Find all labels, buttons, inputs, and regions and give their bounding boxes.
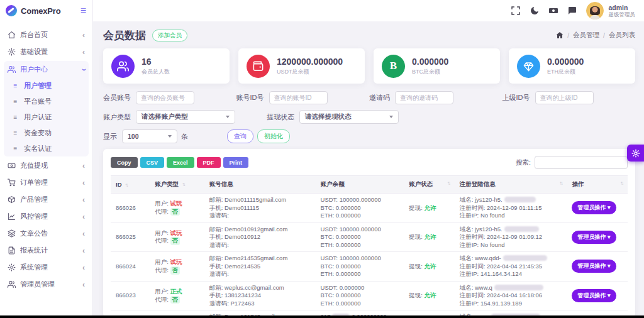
cell-register: 域名: jys120-h5. 注册时间: 2024-12-09 01:11:15…: [455, 194, 567, 223]
sidebar-item-reports[interactable]: 报表统计 ‹: [4, 242, 89, 259]
chevron-down-icon: [226, 116, 230, 118]
sidebar-item-announcements[interactable]: 文章公告 ‹: [4, 225, 89, 242]
sort-icon[interactable]: ↑↓: [447, 180, 450, 186]
stat-value: 16: [142, 57, 170, 67]
account-type-select[interactable]: 请选择账户类型: [136, 110, 235, 124]
member-account-input[interactable]: [136, 91, 194, 104]
parent-id-input[interactable]: [535, 91, 594, 104]
admin-action-button[interactable]: 管理员操作 ▾: [572, 201, 616, 214]
avatar-image: [586, 2, 604, 19]
export-copy-button[interactable]: Copy: [111, 157, 138, 168]
col-status: 账户状态↑↓: [404, 176, 454, 194]
brand-logo-icon: [6, 5, 17, 16]
sidebar-item-fund-changes[interactable]: ≡ 资金变动: [4, 125, 89, 141]
cash-icon[interactable]: [548, 6, 558, 16]
cell-action: 管理员操作 ▾: [567, 310, 628, 315]
breadcrumb-home-icon[interactable]: [556, 31, 564, 39]
user-meta[interactable]: admin 超级管理员: [609, 4, 636, 18]
sidebar-item-user-center[interactable]: 用户中心 ‹: [4, 61, 89, 78]
table-search: 搜索:: [516, 156, 628, 169]
sidebar-item-orders[interactable]: 订单管理 ‹: [4, 174, 89, 191]
query-button[interactable]: 查询: [227, 129, 253, 143]
sidebar-item-system[interactable]: 系统管理 ‹: [4, 259, 89, 276]
admin-action-button[interactable]: 管理员操作 ▾: [572, 289, 616, 302]
members-table-card: Copy CSV Excel PDF Print 搜索: ID↑↓: [103, 149, 635, 315]
sidebar-item-deposit-withdraw[interactable]: 充值提现 ‹: [4, 157, 89, 174]
page-head: 会员数据 添加会员 / 会员管理 / 会员列表: [103, 28, 635, 43]
sidebar-item-products[interactable]: 产品管理 ‹: [4, 191, 89, 208]
search-input[interactable]: [535, 156, 628, 169]
hamburger-menu-icon[interactable]: ≡: [80, 6, 86, 16]
filter-label: 账户类型: [103, 112, 131, 122]
cell-id: 866024: [111, 252, 150, 282]
cell-balance: USDT: 100000.000000 BTC: 0.000000 ETH: 0…: [316, 222, 404, 252]
page-content: 会员数据 添加会员 / 会员管理 / 会员列表 16 会员: [93, 21, 644, 315]
sort-icon[interactable]: ↑↓: [559, 180, 562, 186]
sidebar-menu: 后台首页 ‹ 基础设置 ‹ 用户中心 ‹ ≡ 用户管理: [0, 21, 92, 293]
reset-button[interactable]: 初始化: [257, 129, 290, 143]
withdraw-status-select[interactable]: 请选择提现状态: [299, 110, 399, 124]
export-print-button[interactable]: Print: [223, 157, 249, 168]
cell-action: 管理员操作 ▾: [567, 252, 628, 282]
chat-icon[interactable]: [567, 6, 577, 16]
invite-code-input[interactable]: [395, 91, 453, 104]
stat-label: 会员总人数: [142, 68, 170, 76]
moon-icon[interactable]: [530, 6, 540, 16]
filter-label: 会员账号: [103, 93, 131, 102]
sidebar-item-label: 用户中心: [20, 65, 78, 74]
add-member-button[interactable]: 添加会员: [152, 30, 187, 41]
page-size-select[interactable]: 100: [122, 129, 177, 143]
sidebar-item-settings[interactable]: 基础设置 ‹: [4, 43, 89, 60]
sidebar-item-label: 文章公告: [20, 229, 78, 238]
gear-icon: [631, 149, 640, 158]
redacted-domain: [503, 255, 547, 261]
sidebar-item-admins[interactable]: 管理员管理 ‹: [4, 276, 89, 293]
cell-id: 866025: [111, 222, 150, 252]
chevron-left-icon: ‹: [82, 162, 85, 170]
admin-action-button[interactable]: 管理员操作 ▾: [572, 260, 616, 273]
export-excel-button[interactable]: Excel: [167, 157, 194, 168]
box-icon: [8, 195, 16, 204]
stat-value: 1200000.000000: [277, 57, 343, 67]
topbar: admin 超级管理员: [93, 0, 644, 21]
col-action: 操作↑↓: [567, 176, 628, 194]
admin-action-button[interactable]: 管理员操作 ▾: [572, 231, 616, 244]
breadcrumb-section[interactable]: 会员管理: [573, 31, 599, 40]
cell-info: 邮箱: Demo214535gmail.com 手机: Demo214535 邀…: [204, 252, 316, 282]
sidebar-submenu: ≡ 用户管理 ≡ 平台账号 ≡ 用户认证 ≡ 资金变动: [4, 78, 89, 156]
chart-icon: [8, 212, 16, 221]
redacted-balance: [332, 314, 350, 315]
filter-row-1: 会员账号 账号ID号 邀请码 上级ID号: [103, 91, 635, 104]
fullscreen-icon[interactable]: [511, 6, 521, 16]
table-row: 866024 用户: 试玩 代理: 否 邮箱: Demo214535gmail.…: [111, 252, 628, 282]
sidebar-group-user-center: 用户中心 ‹ ≡ 用户管理 ≡ 平台账号 ≡ 用户认证: [4, 61, 89, 156]
agent-badge: 否: [170, 296, 180, 304]
cell-type: 用户: 试玩 代理: 否: [150, 252, 204, 282]
cell-type: 用户: 试玩 代理: 否: [150, 310, 204, 315]
stat-cards: 16 会员总人数 1200000.000000 USDT总余额 B: [103, 48, 635, 84]
account-id-input[interactable]: [269, 91, 328, 104]
home-icon: [8, 31, 16, 39]
user-avatar[interactable]: [586, 2, 604, 19]
export-pdf-button[interactable]: PDF: [197, 157, 221, 168]
redacted-domain: [494, 285, 543, 290]
sidebar-item-user-verification[interactable]: ≡ 用户认证: [4, 109, 89, 125]
chevron-left-icon: ‹: [82, 48, 85, 56]
sidebar-item-user-management[interactable]: ≡ 用户管理: [4, 78, 89, 94]
theme-settings-button[interactable]: [627, 145, 644, 162]
table-toolbar: Copy CSV Excel PDF Print 搜索:: [111, 156, 628, 169]
sort-icon[interactable]: ↑↓: [125, 182, 128, 188]
sidebar-item-dashboard[interactable]: 后台首页 ‹: [4, 26, 89, 43]
cell-info: 邮箱: Demo011115gmail.com 手机: Demo011115 邀…: [204, 194, 316, 223]
sort-icon[interactable]: ↑↓: [620, 180, 623, 186]
wallet-icon: [247, 55, 270, 78]
sort-icon[interactable]: ↑↓: [182, 182, 184, 187]
col-id: ID↑↓: [111, 176, 150, 194]
sidebar-item-platform-accounts[interactable]: ≡ 平台账号: [4, 94, 89, 109]
export-csv-button[interactable]: CSV: [140, 157, 165, 168]
sidebar-item-realname-verification[interactable]: ≡ 实名认证: [4, 141, 89, 156]
sidebar-item-risk-control[interactable]: 风控管理 ‹: [4, 208, 89, 225]
brand: ComexPro ≡: [0, 0, 92, 21]
cell-balance: USDT: 0.000000 BTC: 0.000000 ETH: 0.0000…: [316, 281, 404, 310]
breadcrumb-current[interactable]: 会员列表: [609, 31, 635, 40]
